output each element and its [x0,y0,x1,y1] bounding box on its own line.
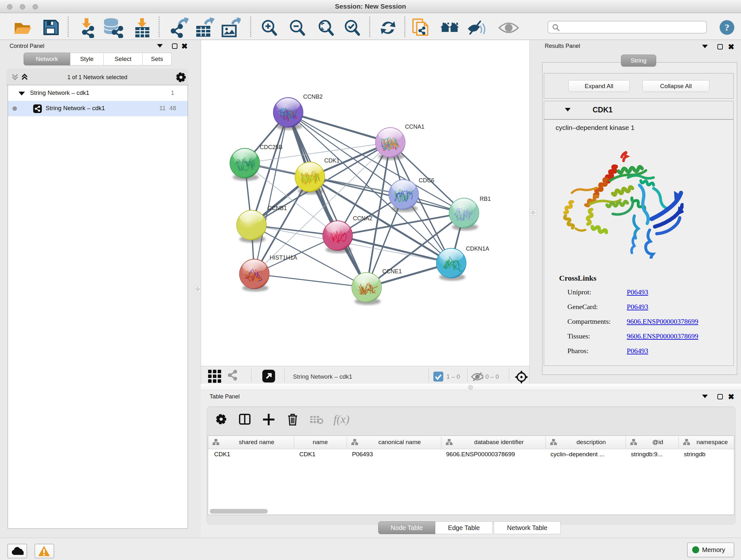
svg-text:f(x): f(x) [333,413,349,426]
svg-text:?: ? [725,22,730,33]
